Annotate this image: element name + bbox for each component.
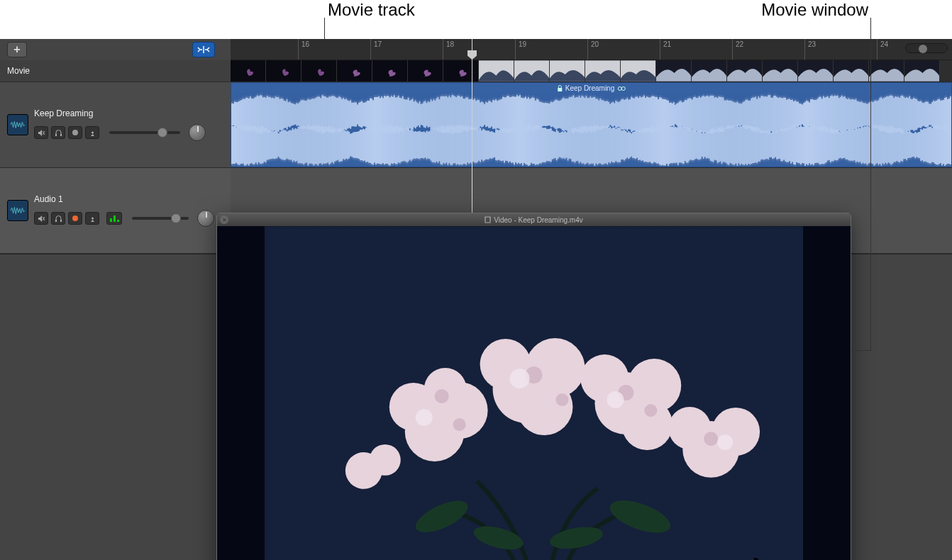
ruler-mark: 16 xyxy=(298,39,309,60)
svg-rect-1780 xyxy=(848,160,850,162)
svg-rect-1261 xyxy=(666,99,668,129)
pan-knob[interactable] xyxy=(197,210,214,227)
svg-rect-778 xyxy=(495,130,497,161)
svg-rect-501 xyxy=(398,95,399,133)
svg-rect-1809 xyxy=(860,101,861,127)
add-track-button[interactable]: + xyxy=(7,42,27,57)
svg-rect-950 xyxy=(556,130,558,161)
svg-rect-1297 xyxy=(679,101,680,128)
svg-rect-64 xyxy=(243,164,244,166)
svg-rect-374 xyxy=(353,133,354,159)
volume-slider[interactable] xyxy=(132,217,189,220)
svg-rect-1235 xyxy=(656,95,658,97)
slider-thumb[interactable] xyxy=(171,213,181,223)
svg-rect-1787 xyxy=(851,97,853,99)
svg-rect-780 xyxy=(495,160,497,162)
svg-rect-821 xyxy=(511,96,512,133)
svg-rect-785 xyxy=(498,99,499,128)
zoom-slider[interactable] xyxy=(905,43,948,53)
svg-rect-247 xyxy=(307,97,309,99)
svg-rect-1231 xyxy=(655,95,656,97)
svg-rect-1351 xyxy=(697,96,699,98)
svg-rect-504 xyxy=(398,162,399,164)
svg-rect-1864 xyxy=(878,164,880,167)
input-monitor-button[interactable] xyxy=(85,126,99,139)
svg-rect-1971 xyxy=(916,97,917,99)
track-header-keep-dreaming[interactable]: Keep Dreaming xyxy=(0,82,231,167)
movie-window-titlebar[interactable]: ✕ Video - Keep Dreaming.m4v xyxy=(217,213,851,226)
eq-button[interactable] xyxy=(106,212,122,225)
svg-rect-955 xyxy=(558,99,559,101)
slider-thumb[interactable] xyxy=(157,128,167,138)
svg-rect-1717 xyxy=(827,96,829,133)
track-lane-keep-dreaming[interactable]: Keep Dreaming xyxy=(231,82,952,167)
svg-rect-1677 xyxy=(813,99,814,129)
record-enable-button[interactable] xyxy=(68,126,82,139)
svg-rect-2050 xyxy=(944,124,946,167)
svg-rect-121 xyxy=(264,96,265,132)
svg-rect-1883 xyxy=(885,95,886,97)
zoom-thumb[interactable] xyxy=(919,45,927,53)
svg-rect-542 xyxy=(412,130,414,160)
svg-rect-2060 xyxy=(947,164,948,166)
record-enable-button[interactable] xyxy=(68,212,82,225)
svg-rect-1551 xyxy=(768,93,769,95)
mute-button[interactable] xyxy=(34,212,48,225)
svg-rect-1607 xyxy=(787,97,789,99)
svg-point-27 xyxy=(621,86,625,90)
track-header-audio-1[interactable]: Audio 1 xyxy=(0,168,231,253)
svg-rect-1499 xyxy=(749,99,751,101)
svg-rect-386 xyxy=(357,132,358,159)
svg-rect-2006 xyxy=(929,127,930,164)
svg-rect-241 xyxy=(306,100,307,128)
svg-rect-242 xyxy=(306,128,307,164)
svg-rect-843 xyxy=(518,94,519,96)
svg-rect-1768 xyxy=(844,158,846,160)
input-monitor-button[interactable] xyxy=(85,212,99,225)
movie-file-icon xyxy=(485,216,491,223)
movie-thumb xyxy=(692,60,727,82)
svg-rect-370 xyxy=(351,133,353,157)
svg-rect-716 xyxy=(472,162,474,164)
movie-track-header[interactable]: Movie xyxy=(0,60,231,82)
svg-rect-1135 xyxy=(621,97,622,99)
movie-window[interactable]: ✕ Video - Keep Dreaming.m4v xyxy=(216,213,851,560)
svg-rect-1384 xyxy=(709,159,710,161)
svg-rect-2033 xyxy=(939,99,940,130)
svg-rect-2071 xyxy=(55,220,57,222)
svg-rect-809 xyxy=(507,95,508,133)
pan-knob[interactable] xyxy=(189,124,206,141)
svg-rect-333 xyxy=(338,96,340,133)
svg-rect-1948 xyxy=(907,158,909,160)
svg-rect-1276 xyxy=(670,163,672,165)
volume-slider[interactable] xyxy=(109,131,180,134)
svg-rect-849 xyxy=(521,97,522,132)
svg-rect-1183 xyxy=(638,96,639,98)
svg-rect-1352 xyxy=(697,159,699,162)
svg-rect-644 xyxy=(448,165,449,167)
timeline-ruler[interactable]: 16 17 18 19 20 21 22 23 24 xyxy=(231,39,952,60)
ruler-mark: 18 xyxy=(443,39,454,60)
audio-region-keep-dreaming[interactable]: Keep Dreaming xyxy=(231,82,952,167)
close-button[interactable]: ✕ xyxy=(220,215,228,224)
solo-button[interactable] xyxy=(51,126,65,139)
svg-rect-1996 xyxy=(924,162,926,164)
svg-rect-154 xyxy=(275,131,277,159)
svg-point-2087 xyxy=(424,368,467,410)
svg-rect-200 xyxy=(291,159,292,162)
mute-button[interactable] xyxy=(34,126,48,139)
svg-rect-63 xyxy=(243,96,244,99)
svg-rect-1487 xyxy=(745,98,746,100)
svg-rect-2035 xyxy=(939,97,940,99)
svg-rect-1216 xyxy=(649,162,651,164)
svg-rect-1164 xyxy=(631,157,632,159)
svg-rect-187 xyxy=(287,97,288,99)
svg-rect-876 xyxy=(529,165,531,167)
svg-rect-163 xyxy=(278,95,279,97)
solo-button[interactable] xyxy=(51,212,65,225)
svg-rect-1738 xyxy=(834,130,836,160)
divide-regions-button[interactable] xyxy=(192,42,215,57)
movie-track-lane[interactable] xyxy=(231,60,952,82)
svg-rect-800 xyxy=(502,161,504,163)
svg-rect-414 xyxy=(367,128,368,162)
